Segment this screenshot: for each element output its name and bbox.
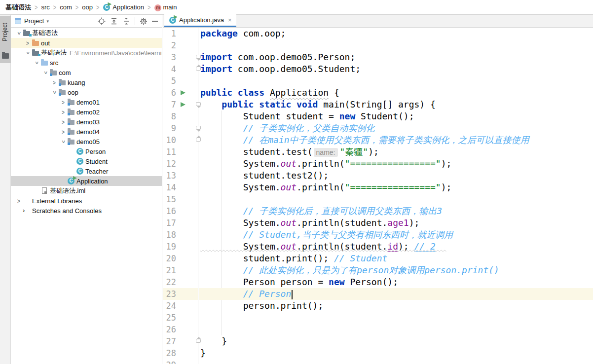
chevron-down-icon[interactable]: > bbox=[43, 69, 48, 76]
code-token: person.print(); bbox=[200, 300, 323, 311]
chevron-down-icon[interactable]: > bbox=[34, 59, 39, 67]
tab-application-java[interactable]: C Application.java × bbox=[164, 14, 236, 27]
chevron-down-icon[interactable]: ▾ bbox=[46, 19, 49, 24]
gutter-row: 5 bbox=[163, 75, 198, 87]
code-line[interactable] bbox=[199, 193, 593, 205]
code-line[interactable]: package com.oop; bbox=[199, 28, 593, 39]
code-line[interactable]: // 子类实例化后，直接可以调用父类东西，输出3 bbox=[199, 205, 593, 217]
code-line[interactable]: System.out.println(student.age1); bbox=[199, 217, 593, 229]
code-line[interactable]: // 在main中子类使用父类东西，需要将子类实例化，之后可以直接使用 bbox=[199, 134, 593, 146]
settings-gear-icon[interactable] bbox=[140, 17, 148, 25]
chevron-right-icon[interactable]: > bbox=[15, 197, 23, 205]
tree-row-oop[interactable]: >oop bbox=[11, 87, 162, 97]
breadcrumb-item-src[interactable]: src bbox=[40, 3, 50, 11]
tree-row-src[interactable]: >src bbox=[11, 58, 162, 68]
breadcrumb-separator: > bbox=[148, 3, 150, 11]
tree-row-基础语法[interactable]: >基础语法 bbox=[11, 28, 162, 38]
chevron-down-icon[interactable]: > bbox=[25, 49, 31, 57]
gutter-row: 8 bbox=[163, 110, 198, 122]
project-view-selector[interactable]: Project bbox=[24, 17, 44, 25]
code-line[interactable]: public class Application { bbox=[199, 87, 593, 99]
chevron-right-icon[interactable]: > bbox=[59, 99, 67, 106]
code-line[interactable]: Person person = new Person(); bbox=[199, 276, 593, 288]
code-area[interactable]: package com.oop;import com.oop.demo05.Pe… bbox=[199, 28, 593, 364]
fold-marker-icon[interactable] bbox=[196, 55, 201, 59]
code-line[interactable]: System.out.println("================"); bbox=[199, 182, 593, 193]
tree-item-label: demo05 bbox=[76, 138, 100, 146]
tree-row-Person[interactable]: CPerson bbox=[11, 146, 162, 156]
tree-row-Application[interactable]: CApplication bbox=[11, 176, 162, 186]
code-token: // Student,当子类与父类有相同东西时，就近调用 bbox=[243, 229, 453, 240]
tree-row-demo03[interactable]: >demo03 bbox=[11, 117, 162, 127]
tree-row-out[interactable]: >out bbox=[11, 38, 162, 48]
tree-row-demo02[interactable]: >demo02 bbox=[11, 107, 162, 117]
tree-row-Scratches and Consoles[interactable]: ›Scratches and Consoles bbox=[11, 206, 162, 216]
code-token: out bbox=[281, 241, 297, 252]
code-line[interactable] bbox=[199, 359, 593, 364]
code-line[interactable]: } bbox=[199, 335, 593, 347]
tree-row-基础语法[interactable]: >基础语法F:\Environment\Java\code\learnin bbox=[11, 48, 162, 58]
code-line[interactable] bbox=[199, 39, 593, 51]
tree-row-Teacher[interactable]: CTeacher bbox=[11, 166, 162, 176]
editor-body[interactable]: 1234567891011121314151617181920212223242… bbox=[163, 28, 593, 364]
chevron-down-icon[interactable]: > bbox=[16, 29, 22, 37]
tree-row-demo04[interactable]: >demo04 bbox=[11, 127, 162, 137]
code-line[interactable]: import com.oop.demo05.Student; bbox=[199, 63, 593, 75]
code-line[interactable]: student.print(); // Student bbox=[199, 253, 593, 264]
code-line[interactable] bbox=[199, 312, 593, 324]
breadcrumb-item-com[interactable]: com bbox=[59, 3, 73, 11]
code-line[interactable]: } bbox=[199, 347, 593, 359]
tree-row-基础语法.iml[interactable]: 基础语法.iml bbox=[11, 186, 162, 196]
code-line[interactable]: // Person bbox=[199, 288, 593, 300]
class-run-icon: C bbox=[103, 3, 111, 11]
tree-row-demo01[interactable]: >demo01 bbox=[11, 97, 162, 107]
run-arrow-icon[interactable] bbox=[181, 102, 185, 107]
breadcrumb-item-main[interactable]: mmain bbox=[153, 3, 178, 11]
code-line[interactable]: import com.oop.demo05.Person; bbox=[199, 51, 593, 63]
chevron-right-icon[interactable]: > bbox=[59, 128, 67, 136]
chevron-down-icon[interactable]: > bbox=[52, 88, 57, 96]
code-line[interactable]: person.print(); bbox=[199, 300, 593, 312]
fold-marker-icon[interactable] bbox=[196, 339, 201, 343]
code-line[interactable]: student.test(name:"秦疆"); bbox=[199, 146, 593, 158]
tree-row-demo05[interactable]: >demo05 bbox=[11, 137, 162, 146]
tree-item-label: 基础语法.iml bbox=[50, 186, 85, 195]
code-line[interactable]: System.out.println("================"); bbox=[199, 158, 593, 170]
code-line[interactable]: // 此处实例化，只是为了有person对象调用person.print() bbox=[199, 264, 593, 276]
chevron-right-icon[interactable]: > bbox=[24, 39, 32, 47]
code-line[interactable]: System.out.println(student.id); // 2 bbox=[199, 241, 593, 253]
fold-marker-icon[interactable] bbox=[196, 102, 201, 106]
line-number: 21 bbox=[163, 264, 176, 276]
fold-marker-icon[interactable] bbox=[196, 67, 201, 71]
code-line[interactable]: student.test2(); bbox=[199, 170, 593, 182]
code-line[interactable]: public static void main(String[] args) { bbox=[199, 99, 593, 110]
code-line[interactable]: // 子类实例化，父类自动实例化 bbox=[199, 122, 593, 134]
breadcrumb-item-oop[interactable]: oop bbox=[81, 3, 94, 11]
breadcrumb-item-Application[interactable]: CApplication bbox=[102, 3, 145, 11]
tree-row-Student[interactable]: CStudent bbox=[11, 156, 162, 166]
hide-panel-icon[interactable] bbox=[152, 21, 158, 22]
fold-marker-icon[interactable] bbox=[196, 138, 201, 142]
close-icon[interactable]: × bbox=[228, 16, 232, 24]
code-token bbox=[264, 87, 270, 98]
package-icon bbox=[67, 118, 76, 126]
project-tool-window-tab[interactable]: Project bbox=[0, 16, 11, 63]
collapse-all-icon[interactable] bbox=[122, 17, 130, 25]
locate-icon[interactable] bbox=[98, 17, 106, 25]
chevron-right-icon[interactable]: > bbox=[59, 118, 67, 126]
code-line[interactable]: // Student,当子类与父类有相同东西时，就近调用 bbox=[199, 229, 593, 241]
tree-row-kuang[interactable]: >kuang bbox=[11, 77, 162, 87]
fold-marker-icon[interactable] bbox=[196, 126, 201, 130]
chevron-down-icon[interactable]: > bbox=[61, 138, 66, 146]
code-line[interactable] bbox=[199, 324, 593, 335]
expand-all-icon[interactable] bbox=[110, 17, 118, 25]
run-arrow-icon[interactable] bbox=[181, 90, 185, 95]
chevron-right-icon[interactable]: > bbox=[50, 79, 58, 86]
tree-row-External Libraries[interactable]: >External Libraries bbox=[11, 196, 162, 206]
code-line[interactable]: Student student = new Student(); bbox=[199, 110, 593, 122]
gutter-row: 2 bbox=[163, 39, 198, 51]
tree-row-com[interactable]: >com bbox=[11, 68, 162, 77]
code-line[interactable] bbox=[199, 75, 593, 87]
breadcrumb-item-基础语法[interactable]: 基础语法 bbox=[4, 3, 32, 12]
chevron-right-icon[interactable]: > bbox=[59, 109, 67, 116]
